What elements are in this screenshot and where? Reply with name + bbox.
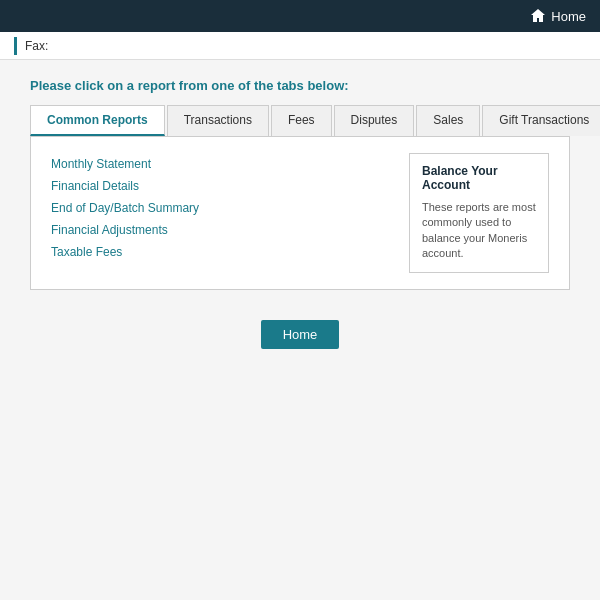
tab-fees[interactable]: Fees (271, 105, 332, 136)
home-icon (530, 8, 546, 24)
tab-panel-common-reports: Monthly Statement Financial Details End … (30, 137, 570, 290)
report-link-financial-adjustments[interactable]: Financial Adjustments (51, 223, 389, 237)
top-navigation: Home (0, 0, 600, 32)
fax-divider (14, 37, 17, 55)
tab-common-reports[interactable]: Common Reports (30, 105, 165, 136)
tab-transactions[interactable]: Transactions (167, 105, 269, 136)
balance-box-text: These reports are most commonly used to … (422, 201, 536, 259)
top-home-label: Home (551, 9, 586, 24)
report-link-taxable-fees[interactable]: Taxable Fees (51, 245, 389, 259)
tab-sales[interactable]: Sales (416, 105, 480, 136)
main-content: Please click on a report from one of the… (0, 60, 600, 367)
tab-disputes[interactable]: Disputes (334, 105, 415, 136)
fax-label: Fax: (25, 39, 48, 53)
instruction-text: Please click on a report from one of the… (30, 78, 570, 93)
reports-list: Monthly Statement Financial Details End … (51, 153, 389, 273)
report-link-monthly-statement[interactable]: Monthly Statement (51, 157, 389, 171)
balance-box-title: Balance Your Account (422, 164, 536, 192)
report-link-end-of-day[interactable]: End of Day/Batch Summary (51, 201, 389, 215)
tabs-container: Common Reports Transactions Fees Dispute… (30, 105, 570, 137)
fax-bar: Fax: (0, 32, 600, 60)
balance-box: Balance Your Account These reports are m… (409, 153, 549, 273)
tab-gift-transactions[interactable]: Gift Transactions (482, 105, 600, 136)
home-button[interactable]: Home (261, 320, 340, 349)
top-home-link[interactable]: Home (530, 8, 586, 24)
report-link-financial-details[interactable]: Financial Details (51, 179, 389, 193)
home-button-container: Home (30, 320, 570, 349)
